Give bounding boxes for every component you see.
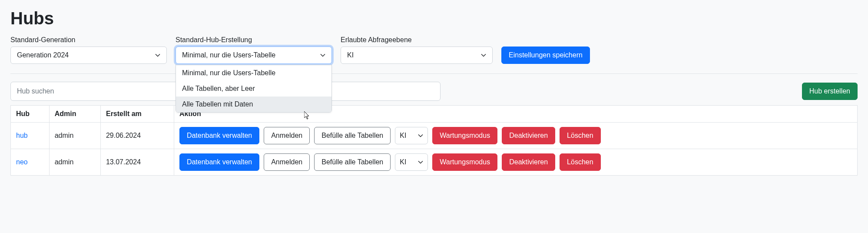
generation-value: Generation 2024 (17, 51, 69, 59)
search-row: Hub erstellen (10, 82, 858, 101)
chevron-down-icon (320, 53, 325, 58)
col-created: Erstellt am (100, 106, 174, 123)
dropdown-option[interactable]: Alle Tabellen, aber Leer (176, 81, 331, 97)
created-cell: 29.06.2024 (100, 123, 174, 149)
maintenance-button[interactable]: Wartungsmodus (432, 153, 497, 171)
chevron-down-icon (418, 160, 423, 165)
dropdown-option[interactable]: Minimal, nur die Users-Tabelle (176, 65, 331, 81)
create-hub-button[interactable]: Hub erstellen (802, 83, 858, 100)
table-row: hubadmin29.06.2024Datenbank verwaltenAnm… (11, 123, 858, 149)
query-level-select[interactable]: KI (341, 47, 493, 64)
save-settings-button[interactable]: Einstellungen speichern (501, 47, 590, 64)
generation-field: Standard-Generation Generation 2024 (10, 36, 167, 64)
deactivate-button[interactable]: Deaktivieren (502, 127, 555, 144)
manage-db-button[interactable]: Datenbank verwalten (179, 153, 259, 171)
query-level-value: KI (347, 51, 354, 59)
hub-creation-label: Standard-Hub-Erstellung (176, 36, 332, 44)
settings-bar: Standard-Generation Generation 2024 Stan… (10, 36, 858, 74)
row-level-value: KI (400, 158, 406, 166)
delete-button[interactable]: Löschen (560, 127, 601, 144)
query-level-label: Erlaubte Abfrageebene (341, 36, 493, 44)
query-level-field: Erlaubte Abfrageebene KI (341, 36, 493, 64)
delete-button[interactable]: Löschen (560, 153, 601, 171)
chevron-down-icon (155, 53, 160, 58)
login-button[interactable]: Anmelden (264, 127, 310, 144)
row-level-select[interactable]: KI (395, 127, 428, 144)
maintenance-button[interactable]: Wartungsmodus (432, 127, 497, 144)
col-admin: Admin (49, 106, 100, 123)
generation-select[interactable]: Generation 2024 (10, 47, 167, 64)
table-header-row: Hub Admin Erstellt am Aktion (11, 106, 858, 123)
hub-creation-value: Minimal, nur die Users-Tabelle (182, 51, 275, 59)
hubs-table: Hub Admin Erstellt am Aktion hubadmin29.… (10, 105, 858, 176)
row-level-value: KI (400, 132, 406, 140)
admin-cell: admin (49, 149, 100, 176)
fill-tables-button[interactable]: Befülle alle Tabellen (314, 153, 391, 171)
generation-label: Standard-Generation (10, 36, 167, 44)
dropdown-option[interactable]: Alle Tabellen mit Daten (176, 97, 331, 112)
created-cell: 13.07.2024 (100, 149, 174, 176)
chevron-down-icon (418, 133, 423, 138)
admin-cell: admin (49, 123, 100, 149)
manage-db-button[interactable]: Datenbank verwalten (179, 127, 259, 144)
hub-creation-select[interactable]: Minimal, nur die Users-Tabelle (176, 47, 332, 64)
actions-cell: Datenbank verwaltenAnmeldenBefülle alle … (179, 153, 852, 171)
chevron-down-icon (481, 53, 486, 58)
row-level-select[interactable]: KI (395, 153, 428, 171)
hub-link[interactable]: hub (16, 132, 28, 139)
table-row: neoadmin13.07.2024Datenbank verwaltenAnm… (11, 149, 858, 176)
login-button[interactable]: Anmelden (264, 153, 310, 171)
hub-creation-dropdown[interactable]: Minimal, nur die Users-Tabelle Alle Tabe… (176, 65, 332, 113)
col-hub: Hub (11, 106, 50, 123)
hub-link[interactable]: neo (16, 158, 28, 166)
page-title: Hubs (10, 9, 858, 28)
deactivate-button[interactable]: Deaktivieren (502, 153, 555, 171)
fill-tables-button[interactable]: Befülle alle Tabellen (314, 127, 391, 144)
hub-creation-field: Standard-Hub-Erstellung Minimal, nur die… (176, 36, 332, 64)
actions-cell: Datenbank verwaltenAnmeldenBefülle alle … (179, 127, 852, 144)
